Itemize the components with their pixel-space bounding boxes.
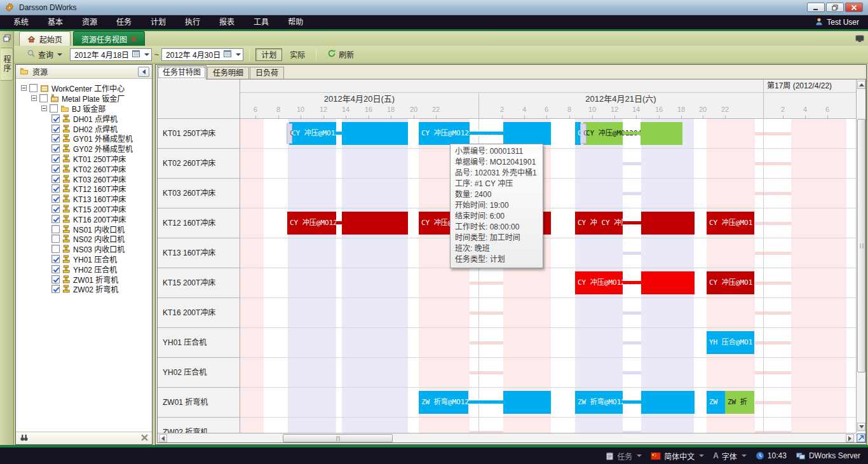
tree-node[interactable]: KT02 260T冲床 [16,163,152,174]
gantt-task-bar[interactable]: CY 冲压@MO1 [707,271,754,294]
clear-filter-close-icon[interactable] [141,434,148,443]
tree-checkbox[interactable] [51,215,60,223]
gantt-task-bar[interactable] [641,122,682,145]
tree-checkbox[interactable] [51,114,60,123]
tree-checkbox[interactable] [51,144,60,153]
tree-checkbox[interactable] [51,255,60,263]
tree-expander-minus[interactable] [31,95,37,101]
gantt-task-bar[interactable]: ZW 折弯@MO12041901 [419,391,468,414]
tree-checkbox[interactable] [51,275,60,283]
menu-item-执行[interactable]: 执行 [175,15,210,29]
gantt-task-bar[interactable]: CY 冲压@MO1 [707,212,754,235]
tree-node[interactable]: ZW01 折弯机 [16,274,152,284]
tree-node[interactable]: ZW02 折弯机 [16,284,152,294]
scroll-down-button[interactable] [857,423,865,431]
user-area[interactable]: Test User [815,17,868,28]
tree-node[interactable]: KT01 250T冲床 [16,154,152,164]
tree-node[interactable]: NS03 内收口机 [16,244,152,254]
status-item-字体[interactable]: A字体 [713,451,747,461]
menu-item-任务[interactable]: 任务 [107,15,141,29]
gantt-task-bar[interactable]: ZW [707,391,725,414]
scroll-left-button[interactable] [159,434,167,442]
tree-node[interactable]: DH01 点焊机 [16,113,152,123]
tree-checkbox[interactable] [50,104,58,113]
date-from-dropdown-arrow[interactable] [144,53,149,56]
restore-button[interactable] [826,3,844,12]
gantt-task-bar[interactable]: ZW 折 [725,391,754,414]
query-dropdown-arrow[interactable] [57,53,62,56]
gantt-task-bar[interactable] [342,212,408,235]
tree-checkbox[interactable] [51,194,60,203]
tree-checkbox[interactable] [51,265,60,273]
calendar-icon[interactable] [132,49,140,60]
collapse-panel-button[interactable] [138,67,149,77]
vertical-scroll-thumb[interactable] [857,119,865,372]
tree-node[interactable]: KT13 160T冲床 [16,194,152,204]
horizontal-scroll-thumb[interactable] [283,434,393,442]
scroll-right-button[interactable] [846,434,854,442]
windows-stack-icon[interactable] [3,34,11,44]
gantt-task-bar[interactable]: CY 冲压@MO12041902 [583,122,623,145]
tree-node[interactable]: Metal Plate 钣金厂 [16,93,152,104]
status-dropdown-arrow[interactable] [742,454,747,457]
gantt-task-bar[interactable]: CY 冲压@MO12041904 [287,212,336,235]
date-to-field[interactable]: 2012年 4月30日 [161,48,243,61]
refresh-button[interactable]: 刷新 [322,48,359,61]
gantt-task-bar[interactable] [641,212,695,235]
tree-checkbox[interactable] [51,205,60,213]
tree-node[interactable]: YH01 压合机 [16,254,152,264]
tree-checkbox[interactable] [29,84,37,92]
tree-node[interactable]: KT12 160T冲床 [16,184,152,194]
tree-checkbox[interactable] [51,184,60,193]
view-tab-任务明细[interactable]: 任务明细 [207,67,249,79]
popout-corner-button[interactable] [857,433,866,443]
tree-checkbox[interactable] [51,225,60,233]
tree-node[interactable]: KT03 260T冲床 [16,174,152,184]
gantt-task-bar[interactable] [641,271,695,294]
view-tab-任务甘特图[interactable]: 任务甘特图 [157,65,207,79]
gantt-task-bar[interactable]: CY 冲压@MO12041901 [289,122,336,145]
status-item-简体中文[interactable]: 简体中文 [651,451,704,461]
tree-node[interactable]: DH02 点焊机 [16,123,152,133]
document-tab[interactable]: 起始页 [19,31,71,46]
menu-item-帮助[interactable]: 帮助 [278,15,313,29]
gantt-task-bar[interactable]: C [287,123,292,144]
gantt-task-bar[interactable] [342,122,408,145]
gantt-task-bar[interactable]: ZW 折弯@MO12041901 [575,391,623,414]
gantt-task-bar[interactable] [503,391,551,414]
program-strip-tab[interactable]: 程序 [1,48,13,81]
tree-expander-minus[interactable] [41,106,47,111]
tree-checkbox[interactable] [51,175,60,183]
status-dropdown-arrow[interactable] [699,454,704,457]
tree-node[interactable]: NS01 内收口机 [16,224,152,234]
actual-toggle-button[interactable]: 实际 [285,48,310,61]
tree-node[interactable]: KT16 200T冲床 [16,214,152,224]
gantt-task-bar[interactable]: C [580,123,587,144]
status-item-任务[interactable]: 任务 [606,451,642,461]
vertical-scrollbar[interactable] [856,79,866,433]
gantt-task-bar[interactable] [641,391,695,414]
tree-checkbox[interactable] [51,245,60,253]
document-tab[interactable]: 资源任务视图 [73,31,145,46]
plan-toggle-button[interactable]: 计划 [255,48,282,61]
menu-item-资源[interactable]: 资源 [72,15,107,29]
close-button[interactable] [845,3,863,12]
tree-node[interactable]: GY01 外桶成型机 [16,133,152,144]
menu-item-计划[interactable]: 计划 [141,15,175,29]
date-to-dropdown-arrow[interactable] [236,53,241,56]
gantt-task-bar[interactable]: YH 压合@MO1 [707,331,754,354]
tree-expander-minus[interactable] [21,85,27,91]
gantt-task-bar[interactable]: CY 冲 CY 冲压@MO12041904 [575,212,623,235]
gantt-task-bar[interactable]: CY 冲压@MO12041903 [575,271,623,294]
calendar-icon[interactable] [223,49,232,60]
view-tab-日负荷[interactable]: 日负荷 [250,67,284,79]
tree-node[interactable]: GY02 外桶成型机 [16,144,152,154]
tree-checkbox[interactable] [51,154,60,163]
gantt-task-bar[interactable] [503,122,551,145]
minimize-button[interactable] [807,3,825,12]
gantt-task-bar[interactable]: CY 冲压@MO12041901 [419,122,470,145]
tree-node[interactable]: BJ 钣金部 [16,104,152,114]
menu-item-工具[interactable]: 工具 [244,15,278,29]
tree-node[interactable]: KT15 200T冲床 [16,204,152,214]
query-button[interactable]: 查询 [22,48,67,61]
